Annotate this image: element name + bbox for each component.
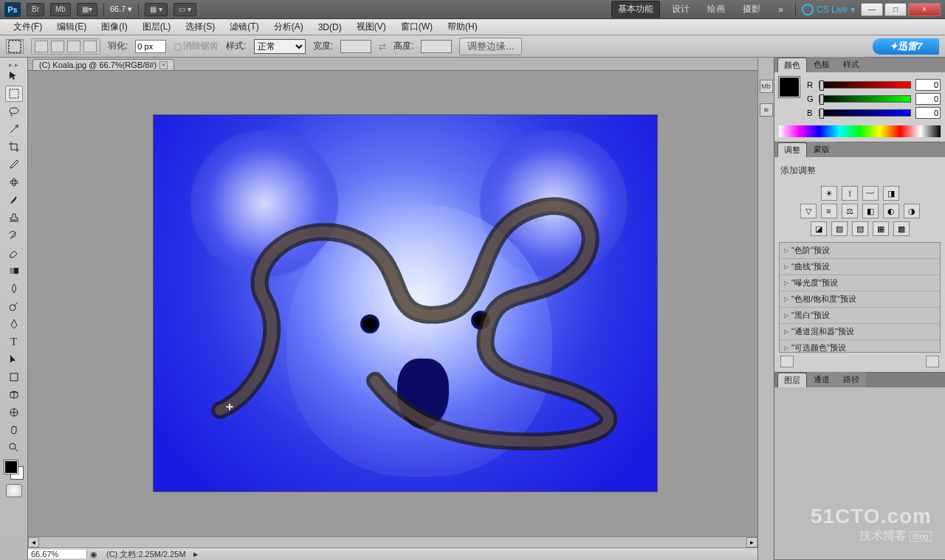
status-icon[interactable]: ◉ — [87, 550, 100, 559]
scroll-right-icon[interactable]: ► — [746, 537, 757, 547]
gradient-tool-icon[interactable] — [5, 263, 23, 279]
brightness-icon[interactable]: ☀ — [821, 186, 837, 201]
preset-item[interactable]: "可选颜色"预设 — [780, 340, 940, 353]
menu-filter[interactable]: 滤镜(T) — [224, 19, 264, 35]
g-slider[interactable] — [819, 95, 911, 103]
xunlei-badge[interactable]: ✦迅雷7 — [873, 38, 939, 55]
workspace-more[interactable]: » — [772, 3, 789, 16]
healing-tool-icon[interactable] — [5, 174, 23, 190]
bw-icon[interactable]: ◧ — [862, 204, 879, 218]
scroll-left-icon[interactable]: ◄ — [28, 537, 39, 547]
workspace-design[interactable]: 设计 — [666, 1, 695, 17]
preset-return-icon[interactable] — [780, 356, 794, 367]
type-tool-icon[interactable]: T — [5, 333, 23, 350]
g-input[interactable] — [915, 93, 941, 105]
tab-channels[interactable]: 通道 — [807, 372, 836, 387]
screenmode-button[interactable]: ▭ ▾ — [173, 3, 196, 16]
levels-icon[interactable]: ⟟ — [842, 186, 858, 201]
exposure-icon[interactable]: ◨ — [883, 186, 899, 201]
selection-intersect-icon[interactable] — [83, 41, 97, 52]
window-minimize-button[interactable]: — — [861, 3, 883, 16]
zoom-level[interactable]: 66.7 ▾ — [110, 4, 132, 14]
curves-icon[interactable]: 〰 — [862, 186, 879, 201]
tab-masks[interactable]: 蒙版 — [807, 142, 836, 157]
minibridge-button[interactable]: Mb — [50, 3, 71, 16]
quickmask-icon[interactable] — [6, 484, 22, 497]
preset-item[interactable]: "通道混和器"预设 — [780, 324, 940, 340]
document-tab[interactable]: (C) Koala.jpg @ 66.7%(RGB/8#) × — [32, 59, 174, 70]
preset-item[interactable]: "色相/饱和度"预设 — [780, 291, 940, 308]
toolbox-handle[interactable]: ►► — [0, 62, 27, 66]
posterize-icon[interactable]: ▨ — [831, 221, 848, 236]
wand-tool-icon[interactable] — [5, 121, 23, 137]
invert-icon[interactable]: ◪ — [811, 221, 827, 236]
dock-history-icon[interactable]: ≋ — [760, 103, 773, 117]
b-slider[interactable] — [819, 109, 911, 117]
document-canvas[interactable]: ＋ — [154, 115, 657, 491]
eyedropper-tool-icon[interactable] — [5, 156, 23, 173]
preset-item[interactable]: "曝光度"预设 — [780, 275, 940, 291]
status-menu-icon[interactable]: ▶ — [193, 551, 198, 558]
horizontal-scrollbar[interactable]: ◄ ► — [28, 536, 757, 547]
current-tool-icon[interactable] — [6, 39, 24, 54]
foreground-swatch[interactable] — [779, 77, 800, 97]
workspace-essentials[interactable]: 基本功能 — [611, 1, 660, 18]
preset-item[interactable]: "黑白"预设 — [780, 308, 940, 324]
selective-icon[interactable]: ▩ — [893, 221, 910, 236]
tab-adjustments[interactable]: 调整 — [777, 142, 807, 157]
close-tab-icon[interactable]: × — [159, 61, 168, 69]
menu-image[interactable]: 图像(I) — [95, 19, 133, 35]
blur-tool-icon[interactable] — [5, 280, 23, 297]
stamp-tool-icon[interactable] — [5, 210, 23, 226]
status-docinfo[interactable]: (C) 文档:2.25M/2.25M — [100, 549, 192, 560]
hue-icon[interactable]: ≡ — [821, 204, 837, 218]
pen-tool-icon[interactable] — [5, 316, 23, 332]
menu-view[interactable]: 视图(V) — [351, 19, 392, 35]
style-select[interactable]: 正常 — [254, 39, 306, 54]
photo-filter-icon[interactable]: ◐ — [883, 204, 899, 218]
tab-color[interactable]: 颜色 — [777, 58, 807, 72]
color-spectrum[interactable] — [779, 125, 941, 137]
selection-add-icon[interactable] — [51, 41, 64, 52]
viewextras-button[interactable]: ▦▾ — [77, 3, 97, 16]
menu-analysis[interactable]: 分析(A) — [268, 19, 309, 35]
canvas-viewport[interactable]: ＋ — [28, 71, 757, 536]
tab-styles[interactable]: 样式 — [836, 57, 866, 72]
move-tool-icon[interactable] — [5, 68, 23, 84]
preset-trash-icon[interactable] — [926, 356, 939, 367]
tab-paths[interactable]: 路径 — [836, 372, 866, 387]
hand-tool-icon[interactable] — [5, 422, 23, 438]
threshold-icon[interactable]: ▧ — [852, 221, 868, 236]
workspace-photography[interactable]: 摄影 — [737, 1, 766, 17]
r-input[interactable] — [915, 79, 941, 91]
shape-tool-icon[interactable] — [5, 369, 23, 385]
dock-mb-icon[interactable]: Mb — [760, 80, 773, 93]
feather-input[interactable] — [135, 40, 166, 53]
arrange-button[interactable]: ▦ ▾ — [145, 3, 168, 16]
mixer-icon[interactable]: ◑ — [904, 204, 920, 218]
workspace-painting[interactable]: 绘画 — [701, 1, 731, 17]
refine-edge-button[interactable]: 调整边缘... — [459, 38, 522, 55]
b-input[interactable] — [915, 107, 941, 119]
camera-tool-icon[interactable] — [5, 404, 23, 421]
tab-swatches[interactable]: 色板 — [807, 57, 836, 72]
3d-tool-icon[interactable] — [5, 387, 23, 403]
history-brush-tool-icon[interactable] — [5, 227, 23, 243]
path-select-tool-icon[interactable] — [5, 351, 23, 367]
selection-subtract-icon[interactable] — [67, 41, 80, 52]
window-close-button[interactable]: × — [908, 3, 941, 16]
gradmap-icon[interactable]: ▦ — [873, 221, 889, 236]
bridge-button[interactable]: Br — [27, 3, 44, 16]
preset-item[interactable]: "曲线"预设 — [780, 259, 940, 275]
brush-tool-icon[interactable] — [5, 192, 23, 208]
menu-window[interactable]: 窗口(W) — [395, 19, 439, 35]
menu-3d[interactable]: 3D(D) — [312, 21, 348, 34]
zoom-tool-icon[interactable] — [5, 440, 23, 456]
menu-select[interactable]: 选择(S) — [179, 19, 221, 35]
crop-tool-icon[interactable] — [5, 139, 23, 155]
selection-new-icon[interactable] — [35, 41, 48, 52]
status-zoom[interactable]: 66.67% — [28, 550, 87, 559]
balance-icon[interactable]: ⚖ — [842, 204, 858, 218]
menu-layer[interactable]: 图层(L) — [137, 19, 177, 35]
cslive-button[interactable]: CS Live ▾ — [802, 4, 855, 15]
